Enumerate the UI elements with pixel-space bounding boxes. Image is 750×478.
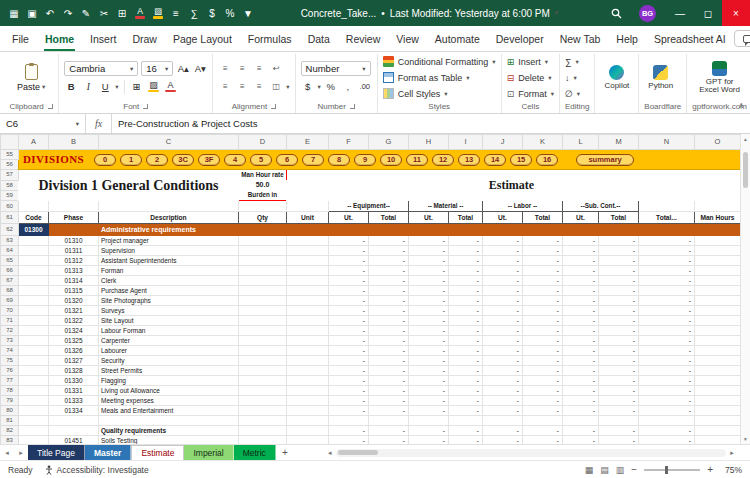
font-size-select[interactable]: 16▾ — [141, 61, 173, 76]
division-button-5[interactable]: 5 — [250, 154, 272, 166]
row-number[interactable]: 69 — [1, 296, 19, 306]
cell-value[interactable]: - — [523, 386, 563, 396]
insert-function-button[interactable]: fx — [86, 114, 112, 133]
ribbon-tab-home[interactable]: Home — [37, 26, 82, 51]
cell-description[interactable]: Labourer — [99, 346, 239, 356]
cell-value[interactable]: - — [523, 396, 563, 406]
cell-value[interactable]: - — [369, 436, 409, 445]
accessibility-status[interactable]: Accessibility: Investigate — [45, 465, 149, 475]
cell-qty[interactable] — [239, 246, 287, 256]
cell-value[interactable]: - — [329, 276, 369, 286]
view-page-break-icon[interactable]: ▥ — [616, 465, 625, 475]
row-number[interactable]: 65 — [1, 256, 19, 266]
cell-description[interactable]: Site Layout — [99, 316, 239, 326]
cell-phase[interactable]: 01327 — [49, 356, 99, 366]
cell-value[interactable]: - — [523, 376, 563, 386]
cell-value[interactable]: - — [449, 396, 483, 406]
dialog-launcher-icon[interactable] — [143, 104, 148, 109]
cell-value[interactable]: - — [329, 306, 369, 316]
cell-value[interactable]: - — [599, 246, 639, 256]
cell-value[interactable]: - — [563, 296, 599, 306]
column-header-A[interactable]: A — [19, 135, 49, 150]
cell-qty[interactable] — [239, 306, 287, 316]
cell-unit[interactable] — [287, 376, 329, 386]
cell-description[interactable]: Meeting expenses — [99, 396, 239, 406]
vertical-scroll-thumb[interactable] — [743, 152, 748, 188]
cell-phase[interactable]: 01326 — [49, 346, 99, 356]
cell-value[interactable]: - — [483, 346, 523, 356]
cell-value[interactable]: - — [563, 236, 599, 246]
field-header[interactable]: Man Hours — [695, 212, 741, 224]
cell-value[interactable]: - — [329, 336, 369, 346]
select-all-corner[interactable] — [1, 135, 19, 150]
cell-description[interactable]: Security — [99, 356, 239, 366]
scroll-left-icon[interactable]: ◂ — [324, 449, 336, 457]
underline-button[interactable]: U — [98, 79, 112, 94]
cell-value[interactable]: - — [563, 426, 599, 436]
cell-value[interactable]: - — [563, 396, 599, 406]
cell-value[interactable]: - — [563, 376, 599, 386]
cell-value[interactable]: - — [369, 336, 409, 346]
column-header-G[interactable]: G — [369, 135, 409, 150]
division-button-11[interactable]: 11 — [406, 154, 428, 166]
cell-manhours[interactable] — [695, 306, 741, 316]
cell-code[interactable] — [19, 406, 49, 416]
cell-value[interactable]: - — [449, 266, 483, 276]
cell-value[interactable]: - — [483, 406, 523, 416]
division-button-0[interactable]: 0 — [94, 154, 116, 166]
cell-value[interactable]: - — [483, 246, 523, 256]
cell-value[interactable]: - — [483, 236, 523, 246]
cell-manhours[interactable] — [695, 236, 741, 246]
empty-cell[interactable] — [639, 201, 695, 212]
row-number[interactable]: 55 — [1, 150, 19, 160]
python-button[interactable]: Python — [644, 64, 677, 92]
cell-value[interactable]: - — [449, 356, 483, 366]
cell-qty[interactable] — [239, 346, 287, 356]
cell-unit[interactable] — [287, 416, 329, 426]
cell-value[interactable]: - — [483, 376, 523, 386]
cell-manhours[interactable] — [695, 406, 741, 416]
clear-button[interactable]: ∅▾ — [565, 87, 580, 100]
cell-phase[interactable]: 01310 — [49, 236, 99, 246]
align-top-button[interactable]: ≡ — [218, 61, 232, 76]
cell-value[interactable]: - — [369, 396, 409, 406]
division-button-9[interactable]: 9 — [354, 154, 376, 166]
row-number[interactable]: 63 — [1, 236, 19, 246]
row-number[interactable]: 62 — [1, 224, 19, 236]
cell-unit[interactable] — [287, 306, 329, 316]
minimize-button[interactable]: — — [666, 0, 694, 26]
conditional-formatting-button[interactable]: Conditional Formatting▾ — [383, 55, 496, 68]
sheet-tab-master[interactable]: Master — [85, 445, 131, 460]
column-header-H[interactable]: H — [409, 135, 449, 150]
cell-value[interactable]: - — [523, 256, 563, 266]
cell-value[interactable]: - — [483, 276, 523, 286]
cell-phase[interactable]: 01312 — [49, 256, 99, 266]
cell-manhours[interactable] — [695, 396, 741, 406]
division-button-13[interactable]: 13 — [458, 154, 480, 166]
field-header[interactable]: Qty — [239, 212, 287, 224]
man-hour-rate-label-cell[interactable]: Man Hour rate — [239, 170, 287, 181]
cell-qty[interactable] — [239, 426, 287, 436]
cell-code[interactable] — [19, 256, 49, 266]
cell-value[interactable]: - — [563, 336, 599, 346]
cell-unit[interactable] — [287, 436, 329, 445]
column-header-O[interactable]: O — [695, 135, 741, 150]
cell-value[interactable]: - — [449, 376, 483, 386]
cell-value[interactable]: - — [639, 386, 695, 396]
cell-value[interactable]: - — [409, 236, 449, 246]
cell-qty[interactable] — [239, 356, 287, 366]
align-center-button[interactable]: ≡ — [235, 79, 249, 94]
cell-value[interactable] — [523, 416, 563, 426]
cell-code[interactable] — [19, 356, 49, 366]
cell-code[interactable] — [19, 276, 49, 286]
cell-description[interactable]: Street Permits — [99, 366, 239, 376]
cell-value[interactable]: - — [329, 246, 369, 256]
cell-code[interactable] — [19, 286, 49, 296]
sheet-nav-right-button[interactable]: ▸ — [14, 445, 28, 460]
division-title[interactable]: Division 1 General Conditions — [19, 170, 239, 201]
cell-value[interactable]: - — [369, 316, 409, 326]
save-icon[interactable]: ▣ — [24, 3, 40, 23]
cell-unit[interactable] — [287, 286, 329, 296]
cell-description[interactable]: Quality requirements — [99, 426, 239, 436]
cell-value[interactable]: - — [563, 406, 599, 416]
